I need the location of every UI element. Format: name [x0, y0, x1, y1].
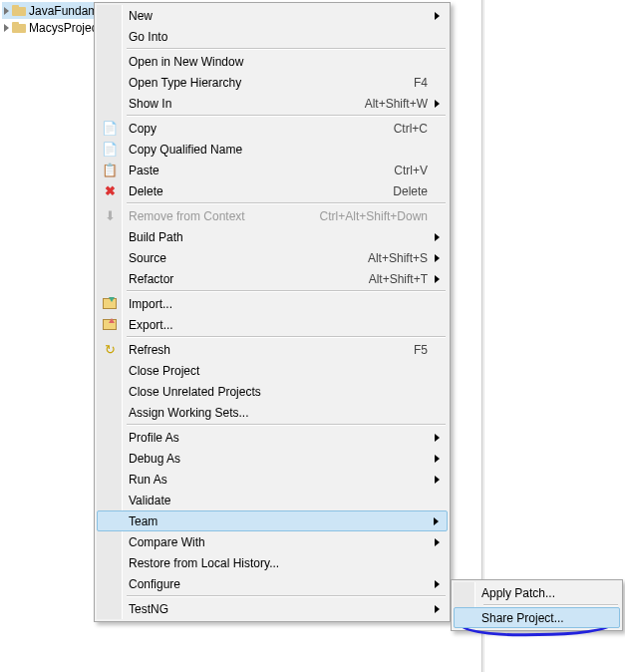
copy-icon: 📄 [102, 142, 118, 158]
chevron-right-icon [435, 12, 440, 20]
menu-item-shortcut: F4 [414, 76, 428, 90]
menu-separator [127, 290, 446, 292]
menu-item-assign-working-sets[interactable]: Assign Working Sets... [97, 402, 448, 423]
menu-item-shortcut: Ctrl+V [394, 164, 428, 177]
menu-item-label: Profile As [129, 431, 428, 445]
tree-item-label: JavaFundam [29, 4, 98, 18]
menu-item-label: Refresh [129, 343, 414, 357]
chevron-right-icon[interactable] [4, 24, 9, 32]
menu-item-label: Go Into [129, 30, 428, 44]
vertical-divider [481, 0, 484, 672]
import-icon [102, 296, 118, 312]
menu-item-label: Delete [129, 184, 393, 198]
menu-item-label: Run As [129, 473, 428, 487]
export-icon [102, 317, 118, 333]
folder-icon [12, 5, 26, 16]
menu-item-label: Compare With [129, 535, 428, 549]
tree-item-label: MacysProjec [29, 21, 98, 35]
chevron-right-icon [434, 517, 439, 525]
menu-item-validate[interactable]: Validate [97, 490, 448, 510]
menu-item-show-in[interactable]: Show InAlt+Shift+W [97, 93, 448, 114]
chevron-right-icon [435, 254, 440, 262]
refresh-icon: ↻ [102, 342, 118, 358]
context-menu: NewGo IntoOpen in New WindowOpen Type Hi… [94, 2, 451, 622]
chevron-right-icon [435, 605, 440, 613]
menu-separator [483, 604, 618, 606]
menu-item-import[interactable]: Import... [97, 293, 448, 314]
copy-icon: 📄 [102, 121, 118, 137]
menu-item-label: Import... [129, 297, 428, 311]
menu-item-label: Debug As [129, 452, 428, 466]
menu-item-delete[interactable]: ✖DeleteDelete [97, 180, 448, 201]
menu-separator [127, 595, 446, 597]
menu-item-go-into[interactable]: Go Into [97, 26, 448, 47]
delete-icon: ✖ [102, 183, 118, 199]
menu-item-shortcut: Alt+Shift+S [368, 251, 428, 265]
menu-item-build-path[interactable]: Build Path [97, 226, 448, 247]
team-submenu: Apply Patch...Share Project... [451, 579, 623, 631]
menu-item-label: TestNG [129, 602, 428, 616]
folder-icon [12, 22, 26, 33]
menu-item-copy[interactable]: 📄CopyCtrl+C [97, 118, 448, 139]
menu-separator [127, 115, 446, 117]
chevron-right-icon [435, 455, 440, 463]
menu-item-configure[interactable]: Configure [97, 573, 448, 594]
menu-item-shortcut: Delete [393, 184, 428, 198]
chevron-right-icon [435, 275, 440, 283]
menu-item-label: Refactor [129, 272, 369, 286]
menu-item-compare-with[interactable]: Compare With [97, 531, 448, 552]
menu-item-label: Open Type Hierarchy [129, 76, 414, 90]
menu-item-label: Build Path [129, 230, 428, 244]
menu-item-apply-patch[interactable]: Apply Patch... [454, 582, 620, 603]
remove-icon: ⬇ [102, 208, 118, 224]
menu-separator [127, 202, 446, 204]
chevron-right-icon [435, 476, 440, 484]
menu-item-source[interactable]: SourceAlt+Shift+S [97, 247, 448, 268]
chevron-right-icon [435, 233, 440, 241]
menu-item-label: Configure [129, 577, 428, 591]
chevron-right-icon [435, 100, 440, 108]
menu-item-label: Team [129, 514, 428, 528]
chevron-right-icon [435, 580, 440, 588]
menu-item-profile-as[interactable]: Profile As [97, 427, 448, 448]
menu-item-shortcut: Ctrl+Alt+Shift+Down [320, 209, 428, 223]
menu-item-remove-from-context: ⬇Remove from ContextCtrl+Alt+Shift+Down [97, 205, 448, 226]
menu-item-testng[interactable]: TestNG [97, 598, 448, 619]
menu-separator [127, 336, 446, 338]
menu-item-label: Copy [129, 122, 394, 136]
menu-item-export[interactable]: Export... [97, 314, 448, 335]
menu-item-label: Copy Qualified Name [129, 143, 428, 157]
menu-item-label: Apply Patch... [481, 586, 600, 600]
menu-item-shortcut: Ctrl+C [394, 122, 428, 136]
menu-item-label: Close Unrelated Projects [129, 385, 428, 399]
menu-item-label: Remove from Context [129, 209, 320, 223]
menu-item-shortcut: Alt+Shift+W [365, 97, 428, 111]
menu-item-run-as[interactable]: Run As [97, 469, 448, 490]
menu-item-refresh[interactable]: ↻RefreshF5 [97, 339, 448, 360]
menu-item-close-unrelated-projects[interactable]: Close Unrelated Projects [97, 381, 448, 402]
menu-item-shortcut: F5 [414, 343, 428, 357]
menu-item-open-in-new-window[interactable]: Open in New Window [97, 51, 448, 72]
menu-item-label: Open in New Window [129, 55, 428, 69]
menu-separator [127, 424, 446, 426]
menu-item-label: Show In [129, 97, 365, 111]
menu-item-label: Assign Working Sets... [129, 406, 428, 420]
menu-item-label: Share Project... [481, 611, 600, 625]
menu-item-restore-from-local-history[interactable]: Restore from Local History... [97, 552, 448, 573]
menu-item-label: New [129, 9, 428, 23]
chevron-right-icon[interactable] [4, 7, 9, 15]
paste-icon: 📋 [102, 163, 118, 178]
menu-item-refactor[interactable]: RefactorAlt+Shift+T [97, 268, 448, 289]
menu-item-label: Restore from Local History... [129, 556, 428, 570]
menu-item-open-type-hierarchy[interactable]: Open Type HierarchyF4 [97, 72, 448, 93]
menu-item-paste[interactable]: 📋PasteCtrl+V [97, 160, 448, 180]
menu-item-debug-as[interactable]: Debug As [97, 448, 448, 469]
menu-item-new[interactable]: New [97, 5, 448, 26]
menu-item-share-project[interactable]: Share Project... [454, 607, 620, 628]
menu-item-close-project[interactable]: Close Project [97, 360, 448, 381]
menu-item-copy-qualified-name[interactable]: 📄Copy Qualified Name [97, 139, 448, 160]
menu-item-shortcut: Alt+Shift+T [369, 272, 428, 286]
menu-item-team[interactable]: Team [97, 510, 448, 531]
menu-item-label: Validate [129, 494, 428, 507]
menu-item-label: Export... [129, 318, 428, 332]
